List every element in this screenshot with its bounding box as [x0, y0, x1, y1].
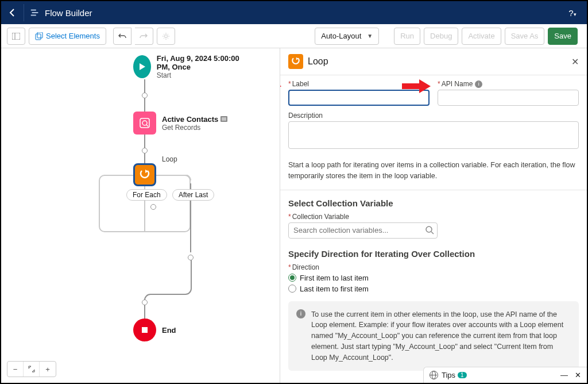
connector-curve: [144, 277, 193, 300]
svg-line-7: [146, 125, 148, 126]
svg-rect-12: [142, 327, 148, 333]
annotation-arrow-1: [280, 78, 281, 94]
add-element-connector[interactable]: [142, 299, 148, 305]
tips-count-badge: 1: [458, 372, 467, 378]
tips-bar[interactable]: Tips 1 — ✕: [423, 367, 587, 383]
select-elements-button[interactable]: Select Elements: [29, 28, 106, 45]
end-node[interactable]: [133, 318, 156, 341]
help-button[interactable]: ?▾: [564, 8, 581, 18]
svg-rect-0: [12, 33, 20, 40]
debug-button[interactable]: Debug: [424, 28, 458, 45]
collection-section-title: Select Collection Variable: [288, 198, 579, 208]
start-node[interactable]: [133, 55, 151, 78]
fit-to-screen-button[interactable]: [24, 362, 40, 377]
zoom-in-button[interactable]: +: [40, 362, 56, 377]
collection-variable-label: Collection Variable: [292, 213, 349, 221]
save-as-button[interactable]: Save As: [505, 28, 545, 45]
after-last-branch[interactable]: After Last: [172, 189, 214, 201]
app-header: Flow Builder ?▾: [1, 1, 587, 24]
svg-point-13: [426, 226, 432, 232]
api-name-input[interactable]: [438, 90, 579, 106]
undo-button[interactable]: [113, 28, 131, 45]
run-button[interactable]: Run: [394, 28, 420, 45]
tips-label: Tips: [442, 371, 455, 379]
for-each-branch[interactable]: For Each: [126, 189, 167, 201]
get-records-icon: [138, 117, 151, 129]
start-node-sub: Start: [157, 71, 248, 79]
back-button[interactable]: [7, 4, 24, 21]
description-field-label: Description: [288, 112, 323, 120]
close-panel-button[interactable]: ✕: [571, 56, 579, 67]
play-icon: [137, 62, 146, 71]
panel-loop-icon: [288, 54, 303, 69]
svg-line-14: [431, 232, 434, 234]
redo-button[interactable]: [135, 28, 153, 45]
annotation-arrow-2: [402, 78, 431, 94]
gear-icon: [162, 32, 170, 40]
settings-button[interactable]: [157, 28, 175, 45]
svg-point-4: [164, 34, 167, 37]
save-button[interactable]: Save: [548, 28, 578, 45]
get-records-node[interactable]: [133, 112, 156, 135]
toolbar: Select Elements Auto-Layout▼ Run Debug A…: [1, 24, 587, 48]
radio-first-to-last[interactable]: First item to last item: [288, 274, 579, 282]
svg-point-6: [142, 121, 147, 125]
get-records-title: Active Contacts: [162, 115, 227, 124]
select-elements-label: Select Elements: [46, 32, 100, 40]
loop-icon: [291, 56, 301, 67]
layout-mode-select[interactable]: Auto-Layout▼: [315, 28, 379, 45]
flow-icon: [30, 7, 40, 18]
list-icon: [220, 116, 227, 122]
toggle-panel-button[interactable]: [7, 28, 25, 45]
panel-title: Loop: [308, 56, 571, 67]
loop-node[interactable]: [133, 163, 156, 186]
svg-rect-3: [37, 32, 42, 38]
fit-icon: [28, 366, 35, 373]
start-node-title: Fri, Aug 9, 2024 5:00:00 PM, Once: [157, 54, 248, 71]
loop-icon: [138, 168, 151, 181]
loop-connector-label: Loop: [162, 155, 177, 163]
undo-icon: [118, 33, 126, 40]
direction-section-title: Specify Direction for Iterating Over Col…: [288, 249, 579, 259]
arrow-left-icon: [8, 8, 17, 17]
add-element-connector[interactable]: [188, 255, 194, 260]
stop-icon: [141, 326, 149, 334]
end-node-title: End: [162, 326, 176, 335]
loop-intro-text: Start a loop path for iterating over ite…: [288, 160, 579, 182]
close-tips-button[interactable]: ✕: [575, 371, 581, 379]
app-title: Flow Builder: [45, 8, 564, 18]
copy-icon: [35, 32, 43, 40]
info-box: i To use the current item in other eleme…: [288, 301, 579, 371]
add-element-connector[interactable]: [142, 148, 148, 153]
redo-icon: [140, 33, 148, 40]
zoom-controls: − +: [7, 361, 56, 377]
info-icon[interactable]: i: [475, 80, 482, 88]
direction-label: Direction: [292, 263, 319, 271]
get-records-sub: Get Records: [162, 124, 227, 132]
info-icon: i: [296, 309, 305, 318]
radio-icon: [288, 274, 296, 282]
search-icon: [425, 225, 434, 235]
panel-icon: [12, 33, 20, 40]
flow-canvas[interactable]: Fri, Aug 9, 2024 5:00:00 PM, Once Start …: [1, 48, 280, 383]
svg-rect-2: [36, 34, 41, 40]
api-name-field-label: API Name: [442, 80, 473, 88]
add-element-connector[interactable]: [142, 93, 148, 98]
info-box-text: To use the current item in other element…: [311, 309, 571, 363]
globe-icon: [430, 371, 438, 379]
properties-panel: Loop ✕ *Label *API Namei Description: [280, 48, 587, 383]
radio-last-to-first[interactable]: Last item to first item: [288, 285, 579, 293]
description-input[interactable]: [288, 121, 579, 149]
activate-button[interactable]: Activate: [462, 28, 501, 45]
zoom-out-button[interactable]: −: [7, 362, 24, 377]
loop-connectors: [99, 175, 214, 255]
radio-icon: [288, 285, 296, 293]
minimize-button[interactable]: —: [560, 371, 568, 379]
label-field-label: Label: [292, 80, 309, 88]
collection-variable-input[interactable]: [288, 222, 438, 239]
